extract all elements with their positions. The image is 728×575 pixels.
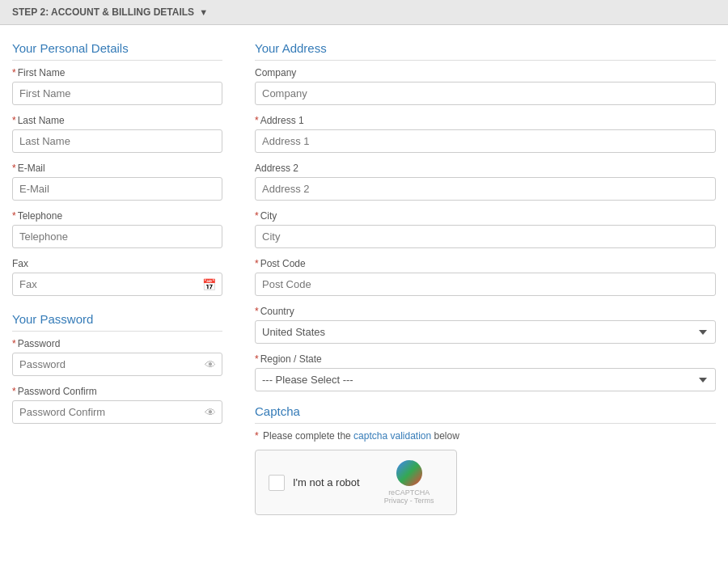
- last-name-field: *Last Name: [12, 115, 222, 153]
- city-label: *City: [255, 210, 716, 222]
- captcha-terms-link[interactable]: Terms: [414, 497, 434, 505]
- password-input[interactable]: [12, 353, 222, 376]
- captcha-privacy-link[interactable]: Privacy: [384, 497, 408, 505]
- address2-input[interactable]: [255, 177, 716, 201]
- last-name-required-star: *: [12, 115, 16, 126]
- captcha-required-star: *: [255, 430, 259, 442]
- address-column: Your Address Company *Address 1 Address …: [255, 41, 716, 515]
- step-arrow-icon: ▼: [199, 7, 208, 17]
- captcha-checkbox[interactable]: [269, 475, 285, 491]
- captcha-checkbox-label: I'm not a robot: [293, 476, 360, 488]
- password-confirm-field: *Password Confirm 👁: [12, 386, 222, 424]
- captcha-checkbox-area: I'm not a robot: [269, 475, 360, 491]
- password-label: *Password: [12, 338, 222, 349]
- email-input[interactable]: [12, 177, 222, 201]
- telephone-required-star: *: [12, 210, 16, 222]
- address2-label: Address 2: [255, 163, 716, 174]
- password-section: Your Password *Password 👁 *Password Conf…: [12, 312, 222, 424]
- address-section-title: Your Address: [255, 41, 716, 61]
- captcha-title: Captcha: [255, 404, 716, 424]
- first-name-field: *First Name: [12, 67, 222, 105]
- fax-input[interactable]: [12, 273, 222, 296]
- country-select[interactable]: United States: [255, 320, 716, 344]
- recaptcha-brand-label: reCAPTCHA: [388, 488, 430, 497]
- address2-field: Address 2: [255, 163, 716, 201]
- password-section-title: Your Password: [12, 312, 222, 332]
- postcode-label: *Post Code: [255, 258, 716, 269]
- company-input[interactable]: [255, 82, 716, 105]
- city-required-star: *: [255, 210, 259, 222]
- country-required-star: *: [255, 306, 259, 317]
- telephone-input[interactable]: [12, 225, 222, 248]
- last-name-input[interactable]: [12, 129, 222, 153]
- password-confirm-toggle-icon[interactable]: 👁: [205, 406, 216, 419]
- password-confirm-input[interactable]: [12, 400, 222, 424]
- captcha-validation-word: validation: [390, 430, 431, 442]
- email-field: *E-Mail: [12, 163, 222, 201]
- password-confirm-label: *Password Confirm: [12, 386, 222, 397]
- captcha-logo-area: reCAPTCHA Privacy - Terms: [384, 460, 434, 505]
- postcode-field: *Post Code: [255, 258, 716, 296]
- last-name-label: *Last Name: [12, 115, 222, 126]
- address1-field: *Address 1: [255, 115, 716, 153]
- captcha-word: captcha: [353, 430, 387, 442]
- password-confirm-required-star: *: [12, 386, 16, 397]
- step-label: STEP 2: ACCOUNT & BILLING DETAILS: [12, 6, 194, 18]
- password-required-star: *: [12, 338, 16, 349]
- password-field: *Password 👁: [12, 338, 222, 376]
- telephone-label: *Telephone: [12, 210, 222, 222]
- region-select[interactable]: --- Please Select ---: [255, 368, 716, 391]
- recaptcha-links: Privacy - Terms: [384, 497, 434, 505]
- personal-section-title: Your Personal Details: [12, 41, 222, 61]
- company-label: Company: [255, 67, 716, 78]
- first-name-required-star: *: [12, 67, 16, 78]
- region-required-star: *: [255, 353, 259, 365]
- email-required-star: *: [12, 163, 16, 174]
- password-input-wrapper: 👁: [12, 353, 222, 376]
- fax-label: Fax: [12, 258, 222, 269]
- fax-field: Fax 📅: [12, 258, 222, 296]
- address1-label: *Address 1: [255, 115, 716, 126]
- address1-required-star: *: [255, 115, 259, 126]
- step-bar: STEP 2: ACCOUNT & BILLING DETAILS ▼: [0, 0, 728, 25]
- recaptcha-logo-icon: [396, 460, 422, 486]
- fax-input-wrapper: 📅: [12, 273, 222, 296]
- city-input[interactable]: [255, 225, 716, 248]
- password-toggle-icon[interactable]: 👁: [205, 358, 216, 371]
- captcha-section: Captcha * Please complete the captcha va…: [255, 404, 716, 515]
- region-label: *Region / State: [255, 353, 716, 365]
- first-name-input[interactable]: [12, 82, 222, 105]
- fax-calendar-icon[interactable]: 📅: [202, 278, 216, 291]
- personal-details-column: Your Personal Details *First Name *Last …: [12, 41, 222, 515]
- password-confirm-input-wrapper: 👁: [12, 400, 222, 424]
- email-label: *E-Mail: [12, 163, 222, 174]
- postcode-input[interactable]: [255, 273, 716, 296]
- postcode-required-star: *: [255, 258, 259, 269]
- country-field: *Country United States: [255, 306, 716, 344]
- captcha-widget: I'm not a robot reCAPTCHA Privacy - Term…: [255, 450, 457, 515]
- country-label: *Country: [255, 306, 716, 317]
- region-field: *Region / State --- Please Select ---: [255, 353, 716, 391]
- first-name-label: *First Name: [12, 67, 222, 78]
- captcha-note: * Please complete the captcha validation…: [255, 430, 716, 442]
- company-field: Company: [255, 67, 716, 105]
- telephone-field: *Telephone: [12, 210, 222, 248]
- captcha-note-end: below: [434, 430, 459, 442]
- city-field: *City: [255, 210, 716, 248]
- address1-input[interactable]: [255, 129, 716, 153]
